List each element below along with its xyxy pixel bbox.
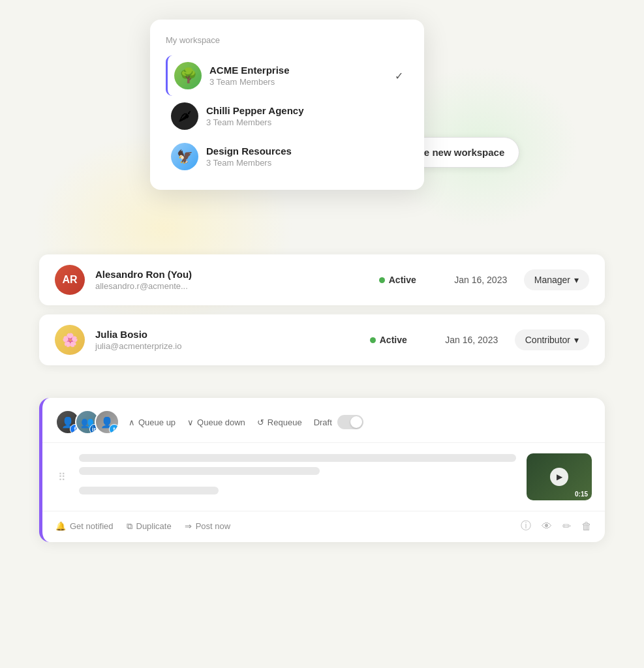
queue-down-icon: ∨ [187, 418, 194, 427]
workspace-item-acme[interactable]: ACME Enterprise 3 Team Members ✓ [166, 55, 408, 96]
status-dot-alesandro [379, 277, 385, 283]
workspace-selected-check: ✓ [395, 70, 403, 82]
workspace-item-design[interactable]: Design Resources 3 Team Members [166, 136, 408, 177]
post-now-button[interactable]: ⇒ Post now [185, 521, 230, 531]
post-line-spacer [79, 480, 516, 487]
queue-up-button[interactable]: ∧ Queue up [129, 415, 176, 430]
chevron-down-icon-julia: ▾ [574, 335, 579, 345]
post-line-2 [79, 467, 320, 475]
requeue-label: Requeue [268, 418, 302, 427]
duplicate-icon: ⧉ [127, 521, 132, 532]
info-icon[interactable]: ⓘ [521, 519, 531, 533]
drag-handle[interactable]: ⠿ [55, 468, 69, 486]
workspace-name-acme: ACME Enterprise [209, 65, 390, 76]
duplicate-label: Duplicate [136, 521, 172, 531]
play-button[interactable]: ▶ [550, 468, 568, 486]
post-line-3 [79, 487, 219, 494]
member-role-button-alesandro[interactable]: Manager ▾ [524, 269, 589, 290]
status-dot-julia [370, 337, 376, 343]
post-thumbnail[interactable]: ▶ 0:15 [527, 453, 592, 500]
toggle-knob [350, 416, 362, 428]
post-footer: 🔔 Get notified ⧉ Duplicate ⇒ Post now ⓘ … [42, 511, 605, 542]
post-actions: ∧ Queue up ∨ Queue down ↺ Requeue Draft [129, 415, 592, 430]
member-role-button-julia[interactable]: Contributor ▾ [515, 329, 589, 350]
play-icon: ▶ [557, 472, 562, 481]
queue-up-label: Queue up [138, 418, 176, 427]
member-info-alesandro: Alesandro Ron (You) allesandro.r@acmente… [95, 269, 369, 291]
member-date-julia: Jan 16, 2023 [439, 335, 504, 345]
queue-down-label: Queue down [197, 418, 245, 427]
member-email-alesandro: allesandro.r@acmente... [95, 281, 369, 291]
workspace-avatar-acme [174, 62, 202, 89]
eye-icon[interactable]: 👁 [542, 521, 552, 532]
post-header: 👤 f 👥 in 👤 t ∧ Queue up ∨ Queue down ↺ R… [42, 398, 605, 443]
member-date-alesandro: Jan 16, 2023 [448, 275, 514, 285]
social-avatar-3: 👤 t [95, 410, 119, 434]
queue-up-icon: ∧ [129, 418, 135, 427]
member-info-julia: Julia Bosio julia@acmenterprize.io [95, 329, 360, 351]
draft-toggle-switch[interactable] [337, 415, 363, 429]
member-email-julia: julia@acmenterprize.io [95, 341, 360, 351]
social-avatars: 👤 f 👥 in 👤 t [55, 410, 119, 434]
workspace-avatar-design [171, 143, 198, 170]
requeue-icon: ↺ [257, 418, 264, 427]
post-now-label: Post now [196, 521, 230, 531]
member-avatar-julia: 🌸 [55, 325, 85, 355]
workspace-members-acme: 3 Team Members [209, 77, 390, 87]
duplicate-button[interactable]: ⧉ Duplicate [127, 521, 172, 532]
member-status-julia: Active [370, 335, 429, 345]
member-avatar-alesandro: AR [55, 265, 85, 295]
member-card-alesandro: AR Alesandro Ron (You) allesandro.r@acme… [39, 254, 605, 305]
post-content [79, 454, 516, 500]
get-notified-button[interactable]: 🔔 Get notified [55, 521, 114, 531]
post-footer-icons: ⓘ 👁 ✏ 🗑 [521, 519, 592, 533]
video-duration: 0:15 [575, 491, 588, 498]
queue-down-button[interactable]: ∨ Queue down [187, 415, 245, 430]
bell-icon: 🔔 [55, 521, 66, 531]
workspace-info-design: Design Resources 3 Team Members [206, 145, 403, 168]
chevron-down-icon-alesandro: ▾ [574, 275, 579, 285]
post-card: 👤 f 👥 in 👤 t ∧ Queue up ∨ Queue down ↺ R… [39, 398, 605, 542]
workspace-name-chilli: Chilli Pepper Agency [206, 105, 403, 116]
draft-toggle: Draft [314, 415, 363, 429]
workspace-members-chilli: 3 Team Members [206, 117, 403, 127]
edit-icon[interactable]: ✏ [562, 520, 571, 532]
workspace-info-chilli: Chilli Pepper Agency 3 Team Members [206, 105, 403, 127]
draft-label: Draft [314, 418, 332, 427]
workspace-members-design: 3 Team Members [206, 158, 403, 168]
post-now-icon: ⇒ [185, 521, 192, 531]
workspace-dropdown-label: My workspace [166, 35, 408, 45]
member-role-label-julia: Contributor [525, 335, 570, 345]
post-body: ⠿ ▶ 0:15 [42, 443, 605, 511]
member-card-julia: 🌸 Julia Bosio julia@acmenterprize.io Act… [39, 314, 605, 365]
get-notified-label: Get notified [70, 521, 114, 531]
member-name-julia: Julia Bosio [95, 329, 360, 340]
member-status-text-alesandro: Active [389, 275, 416, 285]
trash-icon[interactable]: 🗑 [581, 521, 592, 532]
member-status-text-julia: Active [380, 335, 407, 345]
member-name-alesandro: Alesandro Ron (You) [95, 269, 369, 280]
post-line-1 [79, 454, 516, 462]
requeue-button[interactable]: ↺ Requeue [257, 415, 302, 430]
workspace-dropdown: My workspace ACME Enterprise 3 Team Memb… [150, 20, 424, 190]
member-status-alesandro: Active [379, 275, 438, 285]
twitter-badge: t [109, 424, 119, 434]
workspace-item-chilli[interactable]: Chilli Pepper Agency 3 Team Members [166, 96, 408, 136]
workspace-name-design: Design Resources [206, 145, 403, 157]
members-section: AR Alesandro Ron (You) allesandro.r@acme… [39, 254, 605, 365]
workspace-avatar-chilli [171, 102, 198, 130]
member-role-label-alesandro: Manager [534, 275, 570, 285]
workspace-info-acme: ACME Enterprise 3 Team Members [209, 65, 390, 87]
